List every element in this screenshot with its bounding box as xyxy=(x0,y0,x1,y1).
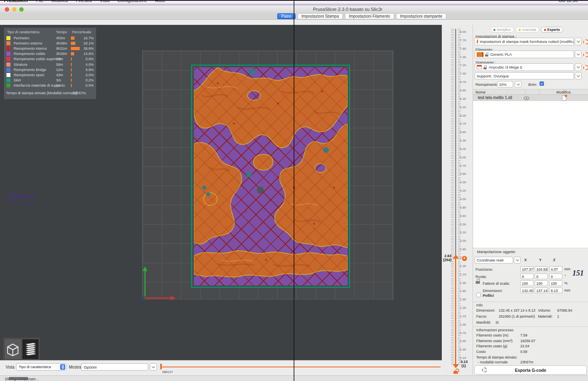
select-stepper-icon[interactable] xyxy=(60,364,65,370)
layer-slider[interactable]: 8.007.797.607.397.207.006.796.606.396.20… xyxy=(442,25,473,375)
print-settings-combo[interactable]: impostazioni di stampa mask formfutura c… xyxy=(475,38,574,45)
menu-item-aiuto[interactable]: Aiuto xyxy=(155,0,165,3)
axis-header-x: X xyxy=(524,258,527,262)
manip-field[interactable]: 132.45 xyxy=(520,288,534,293)
3d-view-button[interactable] xyxy=(5,339,21,359)
layer-label: 6.00 xyxy=(460,114,466,118)
slider-lock-icon[interactable] xyxy=(453,369,458,374)
print-settings-value: impostazioni di stampa mask formfutura c… xyxy=(480,39,574,44)
legend-feature-label: Riempimento spazi xyxy=(14,73,44,77)
infill-dropdown-button[interactable] xyxy=(515,81,522,87)
minimize-window-button[interactable] xyxy=(12,7,16,12)
filament-dropdown-button[interactable] xyxy=(575,51,582,58)
export-gcode-button[interactable]: Esporta G-code xyxy=(474,365,587,375)
legend-pct-bar xyxy=(71,73,72,77)
layer-label: 2.80 xyxy=(460,248,466,251)
add-color-change-icon[interactable]: + xyxy=(461,255,467,261)
legend-feature-label: Riempimento Bridge xyxy=(14,68,46,72)
tab-impostazioni-stampa[interactable]: Impostazioni Stampa xyxy=(298,13,343,19)
supports-combo[interactable]: Supporti: Ovunque xyxy=(475,72,574,79)
right-sidebar: SempliceAvanzataEsperto Impostazioni di … xyxy=(473,25,588,375)
move-slider-track[interactable] xyxy=(162,367,441,367)
object-list-row[interactable]: test tela metllo 1.stl xyxy=(473,95,588,101)
model-preview[interactable] xyxy=(194,67,348,286)
layer-slider-bottom-handle[interactable] xyxy=(453,364,459,368)
mode-button-avanzata[interactable]: Avanzata xyxy=(516,27,539,32)
layer-slider-top-handle[interactable] xyxy=(453,255,459,259)
menu-item-file[interactable]: File xyxy=(36,0,44,3)
manip-field[interactable]: 0 xyxy=(535,274,548,279)
layer-label: 5.00 xyxy=(460,156,466,159)
print-settings-edit-icon[interactable] xyxy=(583,39,588,45)
brim-checkbox[interactable]: ✓ xyxy=(540,81,544,86)
edit-settings-icon[interactable] xyxy=(562,95,566,101)
show-options-dropdown[interactable] xyxy=(150,363,157,371)
legend-color-swatch xyxy=(6,41,10,45)
supports-dropdown-button[interactable] xyxy=(575,72,582,79)
tab-impostazioni-stampante[interactable]: Impostazioni stampante xyxy=(396,13,447,19)
menu-item-finestra[interactable]: Finestra xyxy=(76,0,92,3)
menu-item-vista[interactable]: Vista xyxy=(100,0,109,3)
printer-combo[interactable]: Anycubic i3 Mega S xyxy=(475,63,574,71)
coordinate-mode-combo[interactable]: Coordinate reali xyxy=(475,257,513,263)
inches-checkbox[interactable] xyxy=(476,293,481,297)
manip-field[interactable]: 104.58 xyxy=(535,266,548,272)
manip-field[interactable]: 0 xyxy=(520,274,534,279)
legend-pct-bar xyxy=(71,52,74,55)
view-mode-select[interactable]: Tipo di caratteristica xyxy=(16,363,66,371)
lock-icon xyxy=(483,65,487,69)
layer-label: 4.00 xyxy=(460,198,466,201)
coordinate-mode-dropdown[interactable] xyxy=(514,257,521,263)
manip-field[interactable]: 137.14 xyxy=(535,288,548,293)
tab-impostazioni-filamento[interactable]: Impostazioni Filamento xyxy=(345,13,394,19)
export-options-gear-icon[interactable] xyxy=(482,367,487,373)
layer-label: 3.60 xyxy=(460,215,466,218)
printer-edit-icon[interactable] xyxy=(583,65,588,70)
info-value: 67086.94 xyxy=(557,308,572,312)
manip-field[interactable]: 107.37 xyxy=(520,266,534,272)
legend-feature-label: Riempimento solido superiore xyxy=(14,57,61,61)
legend-col-pct: Percentuale xyxy=(72,30,91,34)
manip-field[interactable]: 100 xyxy=(549,280,562,286)
filament-combo[interactable]: Generic PLA xyxy=(475,51,574,58)
menu-item-modifica[interactable]: Modifica xyxy=(51,0,68,3)
scale-lock-icon[interactable] xyxy=(476,279,481,284)
manip-label: Dimensioni: xyxy=(483,288,503,293)
legend-color-swatch xyxy=(6,68,10,72)
manip-field[interactable]: 4.07 xyxy=(549,266,562,272)
legend-row: Riempimento solido superiore13m0.9% xyxy=(4,57,96,62)
print-settings-dropdown-button[interactable] xyxy=(575,38,582,45)
filament-edit-icon[interactable] xyxy=(583,52,588,57)
menu-app-name[interactable]: PrusaSlicer xyxy=(4,0,28,3)
menu-item-configurazione[interactable]: Configurazione xyxy=(117,0,147,3)
info-value: Si xyxy=(495,320,499,324)
tab-piano[interactable]: Piano xyxy=(277,13,296,19)
manip-field[interactable]: 0 xyxy=(549,274,562,279)
mode-button-semplice[interactable]: Semplice xyxy=(490,27,514,32)
manip-field[interactable]: 100 xyxy=(520,280,534,286)
eye-icon[interactable] xyxy=(524,96,530,100)
layer-slider-range xyxy=(455,258,456,365)
bottom-handle-layer: (1) xyxy=(461,364,466,368)
process-value: 18256.67 xyxy=(520,339,536,343)
manip-field[interactable]: 100 xyxy=(535,280,548,286)
layer-label: 2.39 xyxy=(460,265,466,268)
manip-field[interactable]: 8.13 xyxy=(549,288,562,293)
printer-dropdown-button[interactable] xyxy=(575,63,582,71)
manip-label: Ruota: xyxy=(475,274,487,279)
show-options-combo[interactable]: Opzioni xyxy=(81,363,148,371)
legend-time: 13m xyxy=(56,57,63,61)
legend-time: 4h0m xyxy=(56,36,65,40)
manip-unit: mm xyxy=(564,288,570,292)
mode-button-esperto[interactable]: Esperto xyxy=(541,27,563,32)
zoom-window-button[interactable] xyxy=(19,7,24,12)
close-window-button[interactable] xyxy=(5,7,9,12)
legend-pct-bar xyxy=(71,36,75,40)
preview-layers-button[interactable] xyxy=(22,339,39,359)
3d-viewport[interactable]: Tipo di caratteristica Tempo Percentuale… xyxy=(0,25,442,360)
col-name: Nome xyxy=(475,90,485,94)
infill-value-field[interactable]: 10% xyxy=(497,81,513,87)
layer-label: 3.80 xyxy=(460,206,466,209)
top-handle-value: 2.63 xyxy=(442,254,451,258)
layer-label: 1.60 xyxy=(460,298,466,301)
